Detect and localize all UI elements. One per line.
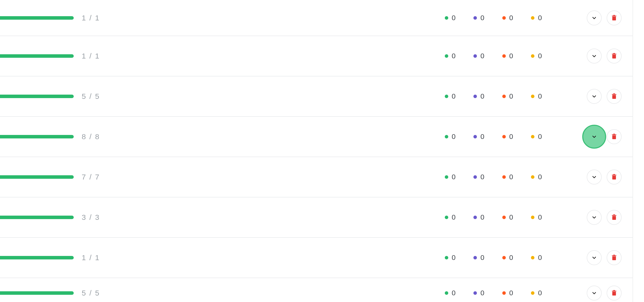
- stat-yellow: 0: [531, 92, 542, 100]
- dot-yellow-icon: [531, 216, 534, 219]
- list-item: 5 / 5 0 0 0 0: [0, 278, 644, 302]
- stat-orange: 0: [502, 133, 513, 141]
- delete-button[interactable]: [607, 250, 622, 265]
- expand-button[interactable]: [582, 125, 606, 149]
- svg-rect-19: [612, 256, 616, 256]
- delete-button[interactable]: [607, 129, 622, 144]
- list-item: 1 / 1 0 0 0 0: [0, 0, 644, 36]
- delete-button[interactable]: [607, 286, 622, 300]
- expand-button[interactable]: [587, 250, 602, 265]
- dot-purple-icon: [474, 135, 477, 138]
- dot-purple-icon: [474, 256, 477, 260]
- trash-icon: [612, 15, 617, 21]
- delete-button[interactable]: [607, 10, 622, 26]
- dot-purple-icon: [474, 291, 477, 295]
- chevron-down-icon: [592, 54, 597, 58]
- progress-bar: [0, 94, 74, 98]
- row-actions: [587, 89, 622, 104]
- svg-rect-4: [612, 54, 616, 54]
- stat-purple: 0: [474, 173, 484, 181]
- dot-orange-icon: [502, 216, 506, 219]
- svg-rect-21: [612, 292, 616, 296]
- svg-rect-5: [613, 53, 615, 54]
- trash-icon: [612, 214, 617, 220]
- svg-rect-12: [612, 176, 616, 180]
- stat-purple: 0: [474, 92, 484, 100]
- chevron-down-icon: [592, 16, 597, 20]
- svg-rect-6: [612, 95, 616, 99]
- dot-green-icon: [445, 94, 448, 98]
- expand-button[interactable]: [587, 210, 602, 225]
- stat-yellow: 0: [531, 213, 542, 221]
- svg-rect-13: [612, 175, 616, 176]
- progress-ratio: 5 / 5: [82, 289, 100, 297]
- row-actions: [587, 48, 622, 64]
- dot-purple-icon: [474, 175, 477, 179]
- dot-purple-icon: [474, 16, 477, 20]
- stat-yellow: 0: [531, 52, 542, 60]
- list-item: 5 / 5 0 0 0 0: [0, 76, 644, 117]
- scrollbar-track[interactable]: [632, 0, 644, 302]
- stat-yellow: 0: [531, 254, 542, 262]
- stat-orange: 0: [502, 173, 513, 181]
- svg-rect-0: [612, 16, 616, 20]
- delete-button[interactable]: [607, 170, 622, 184]
- trash-icon: [612, 93, 617, 99]
- chevron-down-icon: [592, 134, 597, 139]
- svg-rect-23: [613, 290, 615, 291]
- chevron-down-icon: [592, 174, 597, 180]
- progress-bar: [0, 135, 74, 138]
- dot-yellow-icon: [531, 256, 534, 260]
- dot-green-icon: [445, 54, 448, 58]
- chevron-down-icon: [592, 290, 597, 296]
- progress-bar: [0, 16, 74, 20]
- dot-green-icon: [445, 16, 448, 20]
- dot-orange-icon: [502, 54, 506, 58]
- row-actions: [587, 125, 622, 149]
- list-item: 8 / 8 0 0 0 0: [0, 117, 644, 157]
- delete-button[interactable]: [607, 48, 622, 64]
- stat-orange: 0: [502, 254, 513, 262]
- progress-ratio: 1 / 1: [82, 14, 100, 22]
- trash-icon: [612, 134, 617, 140]
- dot-orange-icon: [502, 94, 506, 98]
- row-actions: [587, 210, 622, 225]
- item-list: 1 / 1 0 0 0 0 1 / 1 0 0 0 0: [0, 0, 644, 302]
- stat-green: 0: [445, 173, 456, 181]
- stat-group: 0 0 0 0: [445, 289, 542, 297]
- expand-button[interactable]: [587, 89, 602, 104]
- progress-ratio: 1 / 1: [82, 52, 100, 60]
- progress-ratio: 5 / 5: [82, 92, 100, 100]
- stat-green: 0: [445, 133, 456, 141]
- expand-button[interactable]: [587, 48, 602, 64]
- stat-green: 0: [445, 52, 456, 60]
- stat-orange: 0: [502, 14, 513, 22]
- delete-button[interactable]: [607, 210, 622, 225]
- chevron-down-icon: [592, 255, 597, 260]
- list-item: 7 / 7 0 0 0 0: [0, 157, 644, 198]
- progress-bar: [0, 256, 74, 260]
- stat-yellow: 0: [531, 173, 542, 181]
- dot-orange-icon: [502, 16, 506, 20]
- delete-button[interactable]: [607, 89, 622, 104]
- dot-yellow-icon: [531, 175, 534, 179]
- stat-yellow: 0: [531, 14, 542, 22]
- stat-purple: 0: [474, 133, 484, 141]
- svg-rect-1: [612, 16, 616, 16]
- dot-orange-icon: [502, 135, 506, 138]
- stat-orange: 0: [502, 52, 513, 60]
- expand-button[interactable]: [587, 170, 602, 184]
- svg-rect-15: [612, 216, 616, 220]
- svg-rect-22: [612, 291, 616, 292]
- expand-button[interactable]: [587, 10, 602, 26]
- dot-yellow-icon: [531, 291, 534, 295]
- dot-green-icon: [445, 216, 448, 219]
- stat-group: 0 0 0 0: [445, 14, 542, 22]
- progress-bar: [0, 291, 74, 295]
- stat-group: 0 0 0 0: [445, 133, 542, 141]
- expand-button[interactable]: [587, 286, 602, 300]
- dot-orange-icon: [502, 256, 506, 260]
- progress-ratio: 8 / 8: [82, 132, 100, 141]
- dot-yellow-icon: [531, 94, 534, 98]
- progress-ratio: 3 / 3: [82, 213, 100, 222]
